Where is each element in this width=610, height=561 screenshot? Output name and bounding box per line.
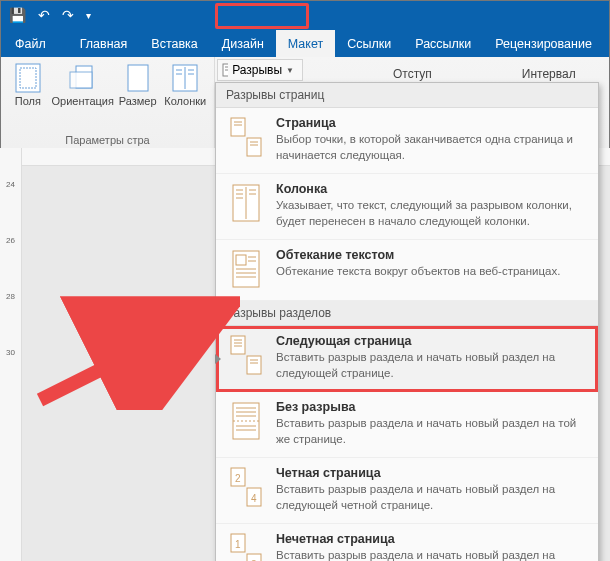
vertical-ruler: 24 26 28 30 — [0, 152, 22, 561]
orientation-label: Ориентация — [52, 95, 114, 107]
svg-rect-3 — [70, 72, 92, 88]
quick-access-toolbar: 💾 ↶ ↷ ▾ — [1, 1, 609, 29]
indent-label: Отступ — [393, 67, 432, 81]
dd-item-column[interactable]: Колонка Указывает, что текст, следующий … — [216, 174, 598, 240]
margins-button[interactable]: Поля — [7, 61, 49, 132]
tab-references[interactable]: Ссылки — [335, 30, 403, 57]
continuous-break-icon — [228, 400, 264, 442]
group-page-setup: Поля Ориентация Размер Колонки — [1, 57, 215, 148]
dd-item-desc: Указывает, что текст, следующий за разры… — [276, 198, 586, 229]
svg-rect-14 — [231, 118, 245, 136]
columns-label: Колонки — [164, 95, 206, 107]
dd-item-desc: Вставить разрыв раздела и начать новый р… — [276, 416, 586, 447]
tab-design[interactable]: Дизайн — [210, 30, 276, 57]
dd-item-page[interactable]: Страница Выбор точки, в которой заканчив… — [216, 108, 598, 174]
size-button[interactable]: Размер — [117, 61, 159, 132]
dd-item-title: Без разрыва — [276, 400, 586, 414]
svg-text:1: 1 — [235, 539, 241, 550]
dd-item-title: Страница — [276, 116, 586, 130]
margins-icon — [13, 63, 43, 93]
dd-item-text-wrapping[interactable]: Обтекание текстом Обтекание текста вокру… — [216, 240, 598, 301]
ribbon-tabs: Файл Главная Вставка Дизайн Макет Ссылки… — [1, 29, 609, 57]
tab-home[interactable]: Главная — [68, 30, 140, 57]
dd-item-desc: Вставить разрыв раздела и начать новый р… — [276, 350, 586, 381]
dd-item-odd-page[interactable]: 13 Нечетная страница Вставить разрыв раз… — [216, 524, 598, 561]
dd-item-desc: Вставить разрыв раздела и начать новый р… — [276, 482, 586, 513]
dd-item-even-page[interactable]: 24 Четная страница Вставить разрыв разде… — [216, 458, 598, 524]
breaks-dropdown: Разрывы страниц Страница Выбор точки, в … — [215, 82, 599, 561]
tab-file[interactable]: Файл — [1, 30, 68, 57]
size-label: Размер — [119, 95, 157, 107]
dd-item-title: Обтекание текстом — [276, 248, 586, 262]
dd-item-continuous[interactable]: Без разрыва Вставить разрыв раздела и на… — [216, 392, 598, 458]
tab-mailings[interactable]: Рассылки — [403, 30, 483, 57]
tab-review[interactable]: Рецензирование — [483, 30, 604, 57]
columns-icon — [170, 63, 200, 93]
dd-item-title: Колонка — [276, 182, 586, 196]
dd-item-desc: Вставить разрыв раздела и начать новый р… — [276, 548, 586, 561]
tab-insert[interactable]: Вставка — [139, 30, 209, 57]
oddpage-break-icon: 13 — [228, 532, 264, 561]
svg-text:2: 2 — [235, 473, 241, 484]
dd-item-title: Четная страница — [276, 466, 586, 480]
undo-icon[interactable]: ↶ — [38, 7, 50, 23]
dd-item-title: Следующая страница — [276, 334, 586, 348]
group-page-setup-label: Параметры стра — [7, 132, 208, 146]
dd-item-title: Нечетная страница — [276, 532, 586, 546]
selected-indicator-icon — [215, 354, 221, 364]
svg-rect-15 — [247, 138, 261, 156]
evenpage-break-icon: 24 — [228, 466, 264, 508]
svg-rect-4 — [128, 65, 148, 91]
margins-label: Поля — [15, 95, 41, 107]
dd-section-section-breaks: Разрывы разделов — [216, 301, 598, 326]
svg-rect-28 — [236, 255, 246, 265]
svg-text:4: 4 — [251, 493, 257, 504]
size-icon — [123, 63, 153, 93]
dd-section-page-breaks: Разрывы страниц — [216, 83, 598, 108]
ribbon-right-headers: Отступ Интервал — [345, 59, 576, 81]
breaks-icon — [222, 63, 228, 77]
qat-more-icon[interactable]: ▾ — [86, 10, 91, 21]
dd-item-next-page[interactable]: Следующая страница Вставить разрыв разде… — [216, 326, 598, 392]
svg-rect-34 — [231, 336, 245, 354]
dd-item-desc: Обтекание текста вокруг объектов на веб-… — [276, 264, 586, 280]
tab-layout[interactable]: Макет — [276, 30, 335, 57]
save-icon[interactable]: 💾 — [9, 7, 26, 23]
breaks-label: Разрывы — [232, 63, 282, 77]
svg-rect-35 — [247, 356, 261, 374]
breaks-button[interactable]: Разрывы ▼ — [217, 59, 303, 81]
orientation-button[interactable]: Ориентация — [53, 61, 113, 132]
orientation-icon — [68, 63, 98, 93]
chevron-down-icon: ▼ — [286, 66, 294, 75]
spacing-label: Интервал — [522, 67, 576, 81]
column-break-icon — [228, 182, 264, 224]
columns-button[interactable]: Колонки — [162, 61, 208, 132]
page-break-icon — [228, 116, 264, 158]
textwrap-break-icon — [228, 248, 264, 290]
redo-icon[interactable]: ↷ — [62, 7, 74, 23]
dd-item-desc: Выбор точки, в которой заканчивается одн… — [276, 132, 586, 163]
nextpage-break-icon — [228, 334, 264, 376]
